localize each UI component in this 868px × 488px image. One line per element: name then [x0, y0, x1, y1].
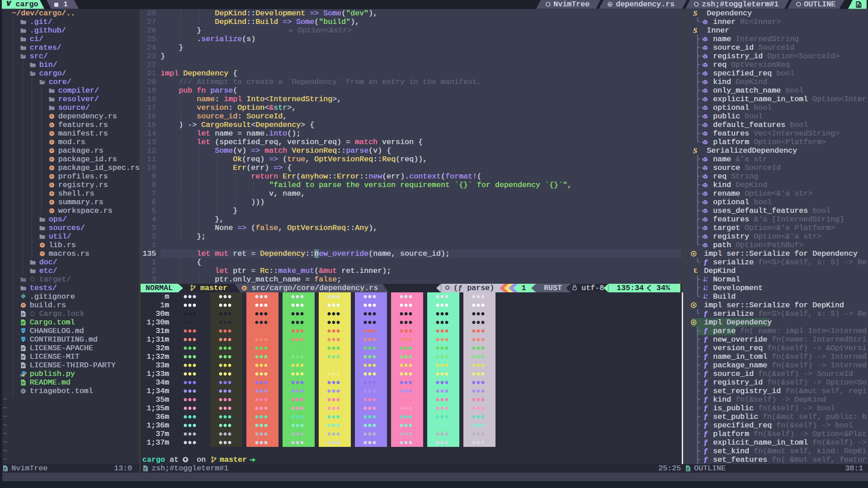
svg-text:R: R — [50, 157, 53, 161]
svg-text:R: R — [243, 286, 245, 290]
svg-text:A: A — [706, 285, 708, 288]
svg-text:R: R — [41, 252, 43, 256]
svg-text:R: R — [41, 243, 43, 247]
svg-text:R: R — [50, 140, 53, 144]
svg-text:R: R — [22, 303, 24, 307]
svg-text:R: R — [50, 114, 53, 118]
svg-text:R: R — [50, 131, 53, 136]
svg-text:R: R — [50, 192, 53, 196]
svg-text:R: R — [50, 200, 53, 204]
svg-text:R: R — [50, 149, 53, 153]
svg-text:R: R — [50, 174, 53, 178]
svg-text:R: R — [50, 209, 53, 213]
svg-text:A: A — [706, 277, 708, 279]
svg-text:R: R — [50, 183, 53, 187]
svg-text:R: R — [50, 123, 53, 127]
svg-text:R: R — [50, 166, 53, 170]
svg-text:2: 2 — [706, 280, 708, 282]
svg-text:2: 2 — [706, 297, 708, 300]
svg-text:A: A — [706, 294, 708, 296]
svg-text:2: 2 — [706, 288, 708, 291]
